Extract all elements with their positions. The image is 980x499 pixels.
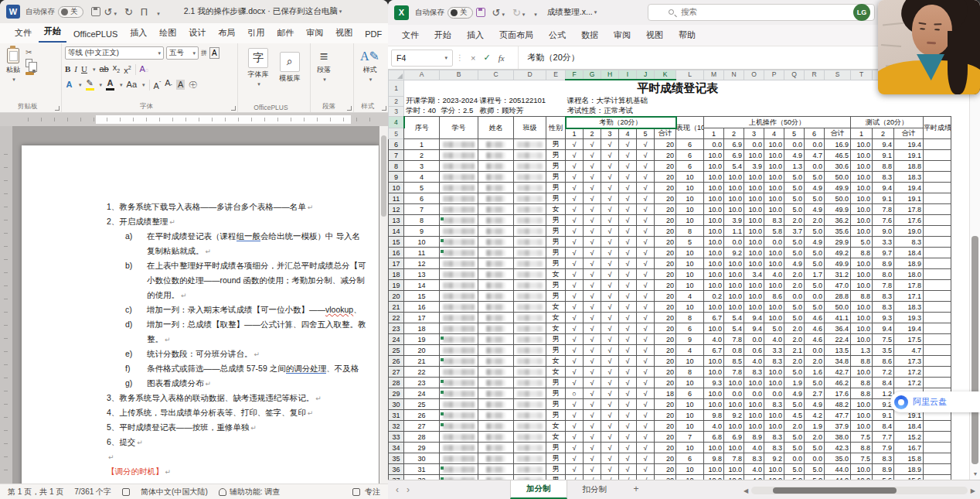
- class-cell[interactable]: [514, 215, 546, 226]
- student-id-cell[interactable]: [440, 150, 478, 161]
- attendance-mark-cell[interactable]: √: [584, 443, 601, 453]
- test1-cell[interactable]: 10.0: [851, 193, 873, 204]
- seq-cell[interactable]: 12: [404, 258, 440, 269]
- name-cell[interactable]: [478, 378, 514, 388]
- template-library-button[interactable]: ⌕ 模板库: [277, 46, 304, 89]
- ops-score-cell[interactable]: 0.8: [724, 345, 744, 356]
- name-cell[interactable]: [478, 280, 514, 291]
- test2-cell[interactable]: 9.1: [873, 193, 894, 204]
- styles-button[interactable]: A✎ 样式 ▾: [357, 48, 383, 84]
- attendance-mark-cell[interactable]: √: [601, 367, 619, 378]
- ops-score-cell[interactable]: 0.0: [724, 237, 744, 248]
- row-header[interactable]: 32: [389, 421, 404, 432]
- attendance-mark-cell[interactable]: √: [637, 215, 655, 226]
- ops-score-cell[interactable]: 10.0: [744, 183, 764, 193]
- student-id-cell[interactable]: [440, 356, 478, 367]
- subheader-cell[interactable]: 合计: [655, 128, 676, 139]
- test2-cell[interactable]: 9.4: [873, 139, 894, 150]
- test1-cell[interactable]: 8.8: [851, 388, 873, 399]
- test1-cell[interactable]: 10.0: [851, 464, 873, 475]
- student-id-cell[interactable]: [440, 302, 478, 313]
- attendance-mark-cell[interactable]: √: [601, 356, 619, 367]
- class-cell[interactable]: [514, 291, 546, 302]
- ops-score-cell[interactable]: 50.0: [825, 172, 851, 183]
- test1-cell[interactable]: 10.0: [851, 323, 873, 334]
- class-cell[interactable]: [514, 334, 546, 345]
- test-total-cell[interactable]: 17.2: [894, 367, 924, 378]
- row-header[interactable]: 5: [389, 128, 404, 139]
- header-final-score[interactable]: 平时成绩: [924, 117, 951, 139]
- row-header[interactable]: 27: [389, 367, 404, 378]
- ops-score-cell[interactable]: 10.0: [744, 215, 764, 226]
- ops-score-cell[interactable]: 10.0: [704, 161, 724, 172]
- confirm-entry-icon[interactable]: ✓: [483, 53, 490, 63]
- subscript-button[interactable]: x2: [113, 63, 120, 76]
- attendance-mark-cell[interactable]: √: [637, 226, 655, 237]
- ops-score-cell[interactable]: 10.0: [764, 150, 784, 161]
- ops-score-cell[interactable]: 10.0: [704, 464, 724, 475]
- ops-score-cell[interactable]: 42.7: [825, 367, 851, 378]
- subheader-cell[interactable]: 3: [744, 128, 764, 139]
- ops-score-cell[interactable]: 8.3: [764, 432, 784, 443]
- ops-score-cell[interactable]: 5.0: [805, 193, 825, 204]
- attendance-mark-cell[interactable]: √: [584, 269, 601, 280]
- test1-cell[interactable]: 10.0: [851, 334, 873, 345]
- excel-tab-视图[interactable]: 视图: [640, 26, 669, 44]
- name-cell[interactable]: [478, 432, 514, 443]
- attendance-total-cell[interactable]: 20: [655, 367, 676, 378]
- student-id-cell[interactable]: [440, 291, 478, 302]
- final-score-cell[interactable]: [924, 291, 951, 302]
- attendance-mark-cell[interactable]: √: [637, 291, 655, 302]
- ops-score-cell[interactable]: 49.9: [825, 204, 851, 215]
- test1-cell[interactable]: 10.0: [851, 139, 873, 150]
- ops-score-cell[interactable]: 7.8: [724, 453, 744, 464]
- excel-tab-插入[interactable]: 插入: [461, 26, 490, 44]
- row-header[interactable]: 21: [389, 302, 404, 313]
- attendance-mark-cell[interactable]: √: [584, 237, 601, 248]
- meta-semester[interactable]: 开课学期：2023-2024-1: [404, 96, 478, 106]
- ops-score-cell[interactable]: 36.4: [825, 323, 851, 334]
- ops-score-cell[interactable]: 46.5: [825, 150, 851, 161]
- attendance-mark-cell[interactable]: √: [637, 443, 655, 453]
- attendance-total-cell[interactable]: 20: [655, 421, 676, 432]
- attendance-mark-cell[interactable]: √: [619, 334, 637, 345]
- gender-cell[interactable]: 女: [546, 269, 566, 280]
- test-total-cell[interactable]: 16.7: [894, 443, 924, 453]
- attendance-mark-cell[interactable]: √: [619, 226, 637, 237]
- test2-cell[interactable]: 9.3: [873, 313, 894, 323]
- test2-cell[interactable]: 8.9: [873, 258, 894, 269]
- final-score-cell[interactable]: [924, 161, 951, 172]
- row-header[interactable]: 12: [389, 204, 404, 215]
- attendance-mark-cell[interactable]: √: [566, 291, 584, 302]
- attendance-mark-cell[interactable]: √: [637, 172, 655, 183]
- attendance-mark-cell[interactable]: √: [637, 204, 655, 215]
- meta-course-no[interactable]: 课程号：205122101: [478, 96, 566, 106]
- attendance-mark-cell[interactable]: √: [584, 291, 601, 302]
- attendance-mark-cell[interactable]: √: [584, 215, 601, 226]
- gender-cell[interactable]: 女: [546, 323, 566, 334]
- test-total-cell[interactable]: 18.4: [894, 421, 924, 432]
- row-header[interactable]: 29: [389, 388, 404, 399]
- test-total-cell[interactable]: 19.1: [894, 150, 924, 161]
- ops-score-cell[interactable]: 0.0: [784, 139, 805, 150]
- seq-cell[interactable]: 15: [404, 291, 440, 302]
- text-effects-button[interactable]: A: [65, 80, 73, 89]
- seq-cell[interactable]: 28: [404, 432, 440, 443]
- attendance-mark-cell[interactable]: √: [619, 421, 637, 432]
- word-tab-文件[interactable]: 文件: [9, 25, 37, 43]
- gender-cell[interactable]: 男: [546, 172, 566, 183]
- ops-score-cell[interactable]: 8.3: [744, 453, 764, 464]
- performance-cell[interactable]: 10: [676, 269, 704, 280]
- row-header[interactable]: 17: [389, 258, 404, 269]
- attendance-mark-cell[interactable]: √: [566, 226, 584, 237]
- attendance-mark-cell[interactable]: √: [637, 139, 655, 150]
- performance-cell[interactable]: 10: [676, 378, 704, 388]
- ops-score-cell[interactable]: 6.9: [724, 150, 744, 161]
- hscrollbar-thumb[interactable]: [773, 487, 897, 494]
- ops-score-cell[interactable]: 4.9: [784, 388, 805, 399]
- word-tab-审阅[interactable]: 审阅: [301, 25, 328, 43]
- performance-cell[interactable]: 10: [676, 204, 704, 215]
- attendance-mark-cell[interactable]: √: [637, 237, 655, 248]
- ops-score-cell[interactable]: 10.0: [764, 258, 784, 269]
- ops-score-cell[interactable]: 6.9: [724, 139, 744, 150]
